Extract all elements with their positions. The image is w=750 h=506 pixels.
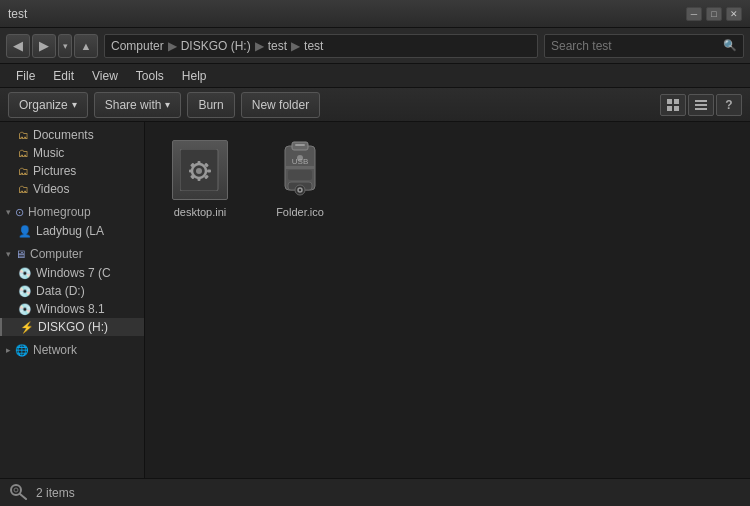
homegroup-arrow: ▾ [6,207,11,217]
file-name-ini: desktop.ini [174,206,227,218]
share-with-button[interactable]: Share with ▾ [94,92,182,118]
favorites-section: 🗂 Documents 🗂 Music 🗂 Pictures 🗂 Videos [0,126,144,198]
view-large-icons-button[interactable] [660,94,686,116]
sidebar-item-data[interactable]: 💿 Data (D:) [0,282,144,300]
organize-label: Organize [19,98,68,112]
forward-button[interactable]: ▶ [32,34,56,58]
organize-arrow: ▾ [72,99,77,110]
share-label: Share with [105,98,162,112]
nav-dropdown-button[interactable]: ▾ [58,34,72,58]
sidebar-item-label: Windows 7 (C [36,266,111,280]
menu-file[interactable]: File [8,67,43,85]
breadcrumb-computer: Computer [111,39,164,53]
status-text: 2 items [36,486,75,500]
svg-rect-0 [667,99,672,104]
sidebar-item-ladybug[interactable]: 👤 Ladybug (LA [0,222,144,240]
folder-icon: 🗂 [18,183,29,195]
sidebar-item-videos[interactable]: 🗂 Videos [0,180,144,198]
folder-icon: 🗂 [18,165,29,177]
list-icon [694,98,708,112]
svg-rect-26 [288,170,312,180]
view-buttons: ? [660,94,742,116]
organize-button[interactable]: Organize ▾ [8,92,88,118]
sidebar-item-music[interactable]: 🗂 Music [0,144,144,162]
drive-icon: 💿 [18,303,32,316]
sidebar-item-pictures[interactable]: 🗂 Pictures [0,162,144,180]
file-icon-ico: USB [268,138,332,202]
status-icon [8,482,28,504]
sidebar-item-label: Ladybug (LA [36,224,104,238]
sidebar-item-label: Data (D:) [36,284,85,298]
breadcrumb-sep-2: ▶ [255,39,264,53]
folder-icon: 🗂 [18,147,29,159]
sidebar-item-label: Documents [33,128,94,142]
sidebar-item-label: Windows 8.1 [36,302,105,316]
view-list-button[interactable] [688,94,714,116]
homegroup-group[interactable]: ▾ ⊙ Homegroup [0,202,144,222]
search-icon: 🔍 [723,39,737,52]
svg-rect-12 [189,170,193,173]
new-folder-label: New folder [252,98,309,112]
svg-rect-13 [207,170,211,173]
sidebar-item-win81[interactable]: 💿 Windows 8.1 [0,300,144,318]
share-arrow: ▾ [165,99,170,110]
menu-edit[interactable]: Edit [45,67,82,85]
svg-point-22 [295,185,305,195]
svg-rect-3 [674,106,679,111]
gear-settings-icon [180,149,220,191]
sidebar-item-label: Music [33,146,64,160]
magnifier-icon [8,482,28,500]
new-folder-button[interactable]: New folder [241,92,320,118]
computer-group[interactable]: ▾ 🖥 Computer [0,244,144,264]
search-box: 🔍 [544,34,744,58]
computer-arrow: ▾ [6,249,11,259]
search-input[interactable] [551,39,719,53]
menu-view[interactable]: View [84,67,126,85]
window-controls: ─ □ ✕ [686,7,742,21]
drive-icon: 💿 [18,285,32,298]
usb-drive-icon: USB [270,138,330,202]
breadcrumb[interactable]: Computer ▶ DISKGO (H:) ▶ test ▶ test [104,34,538,58]
help-button[interactable]: ? [716,94,742,116]
menu-tools[interactable]: Tools [128,67,172,85]
breadcrumb-diskgo: DISKGO (H:) [181,39,251,53]
svg-rect-11 [198,177,201,181]
network-group[interactable]: ▸ 🌐 Network [0,340,144,360]
sidebar-item-documents[interactable]: 🗂 Documents [0,126,144,144]
sidebar-item-win7[interactable]: 💿 Windows 7 (C [0,264,144,282]
computer-label: Computer [30,247,83,261]
svg-rect-1 [674,99,679,104]
sidebar-item-diskgo[interactable]: ⚡ DISKGO (H:) [0,318,144,336]
back-button[interactable]: ◀ [6,34,30,58]
toolbar: Organize ▾ Share with ▾ Burn New folder … [0,88,750,122]
sidebar: 🗂 Documents 🗂 Music 🗂 Pictures 🗂 Videos … [0,122,145,478]
burn-button[interactable]: Burn [187,92,234,118]
computer-section: ▾ 🖥 Computer 💿 Windows 7 (C 💿 Data (D:) … [0,244,144,336]
breadcrumb-test1: test [268,39,287,53]
network-icon: 🌐 [15,344,29,357]
homegroup-section: ▾ ⊙ Homegroup 👤 Ladybug (LA [0,202,144,240]
svg-rect-25 [285,166,315,169]
svg-text:USB: USB [292,157,308,166]
close-button[interactable]: ✕ [726,7,742,21]
ini-file-icon [172,140,228,200]
file-item-desktop-ini[interactable]: desktop.ini [155,132,245,224]
breadcrumb-sep-3: ▶ [291,39,300,53]
main-area: 🗂 Documents 🗂 Music 🗂 Pictures 🗂 Videos … [0,122,750,478]
user-icon: 👤 [18,225,32,238]
svg-rect-2 [667,106,672,111]
svg-line-29 [20,494,26,499]
minimize-button[interactable]: ─ [686,7,702,21]
up-button[interactable]: ▲ [74,34,98,58]
file-name-ico: Folder.ico [276,206,324,218]
maximize-button[interactable]: □ [706,7,722,21]
svg-rect-10 [198,161,201,165]
homegroup-label: Homegroup [28,205,91,219]
svg-rect-4 [695,100,707,102]
computer-icon: 🖥 [15,248,26,260]
file-area: desktop.ini [145,122,750,478]
file-item-folder-ico[interactable]: USB Folder.ico [255,132,345,224]
svg-rect-5 [695,104,707,106]
menu-help[interactable]: Help [174,67,215,85]
drive-icon: 💿 [18,267,32,280]
